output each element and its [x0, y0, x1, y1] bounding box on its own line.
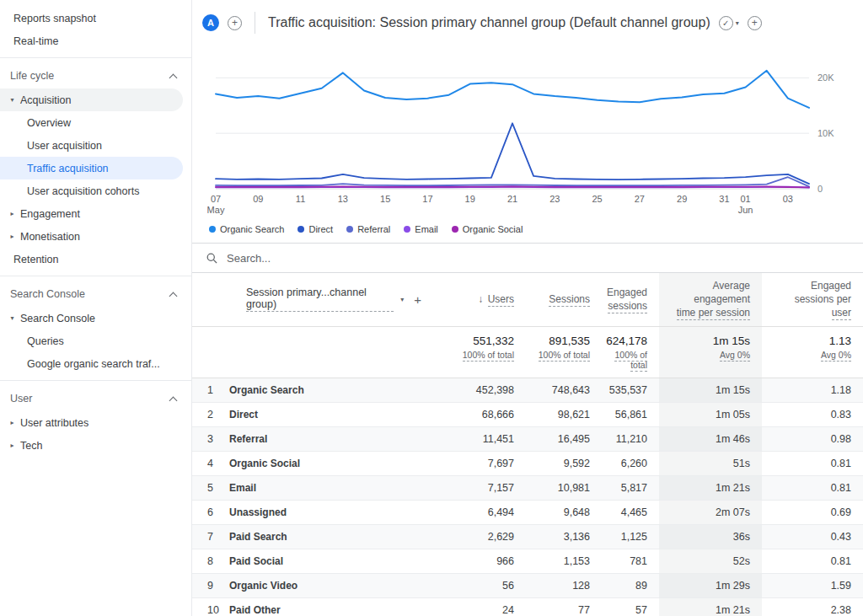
sidebar-item-user-acquisition[interactable]: User acquisition: [0, 134, 183, 157]
legend-organic-search[interactable]: Organic Search: [209, 224, 284, 234]
header-line: ↓ Users: [433, 292, 514, 306]
x-axis-label: 27: [635, 194, 645, 204]
x-axis-label: 31: [719, 194, 729, 204]
legend-referral[interactable]: Referral: [346, 224, 390, 234]
sidebar-item-monetisation[interactable]: ▸Monetisation: [0, 225, 183, 248]
sidebar-item-label: Traffic acquisition: [27, 163, 109, 174]
metric-cell: 0.83: [762, 402, 863, 426]
column-header-engaged-sessions[interactable]: Engagedsessions: [602, 273, 659, 326]
add-dimension-button[interactable]: +: [414, 292, 421, 307]
metric-cell: 3,136: [526, 524, 602, 549]
metric-cell: 1m 15s: [659, 378, 762, 402]
legend-organic-social[interactable]: Organic Social: [452, 224, 523, 234]
referral-dot-icon: [346, 226, 353, 233]
column-header-engaged-sessions-per-user[interactable]: Engagedsessions peruser: [762, 273, 863, 326]
caret-down-icon: ▾: [4, 314, 20, 322]
sidebar-nav: Reports snapshotReal-timeLife cycle▾Acqu…: [0, 0, 192, 616]
sidebar-section-life-cycle[interactable]: Life cycle: [0, 63, 191, 88]
chevron-up-icon: [169, 292, 178, 300]
sidebar-item-label: Tech: [20, 440, 42, 452]
total-caption-text: 100% of total: [463, 350, 514, 362]
add-comparison-right-icon[interactable]: +: [748, 16, 762, 30]
sidebar-item-queries[interactable]: Queries: [0, 329, 183, 352]
x-axis-month-label: Jun: [738, 205, 753, 215]
main-content: A + Traffic acquisition: Session primary…: [192, 0, 863, 616]
row-number: 5: [192, 475, 221, 500]
column-header-users[interactable]: ↓ Users: [433, 273, 526, 326]
sidebar-item-google-organic-search-traf[interactable]: Google organic search traf...: [0, 352, 183, 375]
section-label: User: [10, 393, 32, 404]
header-text: Engaged: [607, 287, 647, 298]
sidebar-item-search-console[interactable]: ▾Search Console: [0, 307, 183, 329]
channels-table: Session primary...channel group)▾+↓ User…: [192, 273, 863, 616]
sidebar-item-real-time[interactable]: Real-time: [0, 29, 183, 52]
total-caption-text: Avg 0%: [821, 350, 851, 362]
sidebar-item-label: Retention: [13, 254, 59, 265]
legend-label: Email: [415, 224, 438, 234]
y-axis-label: 10K: [817, 128, 834, 138]
line-chart: 010K20K07May09111315171921232527293101Ju…: [207, 47, 858, 216]
row-number: 1: [192, 378, 221, 402]
metric-cell: 36s: [659, 524, 762, 549]
table-row: 1Organic Search452,398748,643535,5371m 1…: [192, 378, 863, 402]
dimension-header[interactable]: Session primary...channel group)▾+: [221, 273, 433, 326]
sidebar-item-overview[interactable]: Overview: [0, 111, 183, 134]
row-number-header: [192, 273, 221, 326]
sidebar-section-search-console[interactable]: Search Console: [0, 281, 191, 307]
legend-email[interactable]: Email: [404, 224, 438, 234]
metric-cell: 0.98: [762, 426, 863, 451]
channel-cell: Referral: [221, 426, 433, 451]
sidebar-item-engagement[interactable]: ▸Engagement: [0, 202, 183, 225]
dimension-dropdown-icon[interactable]: ▾: [400, 296, 404, 303]
row-number: 7: [192, 524, 221, 549]
sidebar-item-traffic-acquisition[interactable]: Traffic acquisition: [0, 157, 183, 179]
x-axis-label: 15: [380, 194, 390, 204]
channel-name: Organic Social: [229, 458, 300, 469]
metric-cell: 68,666: [433, 402, 526, 426]
x-axis-label: 13: [338, 194, 348, 204]
column-header-average-engagement-time-per-session[interactable]: Average engagementtime per session: [659, 273, 762, 326]
metric-cell: 748,643: [526, 378, 602, 402]
sidebar-item-label: Reports snapshot: [13, 13, 96, 24]
legend-direct[interactable]: Direct: [297, 224, 333, 234]
sidebar-item-retention[interactable]: Retention: [0, 248, 183, 271]
metric-cell: 10,981: [526, 475, 602, 500]
total-value: 1m 15s: [659, 335, 750, 347]
sidebar-item-user-acquisition-cohorts[interactable]: User acquisition cohorts: [0, 179, 183, 202]
table-row: 3Referral11,45116,49511,2101m 46s0.98: [192, 426, 863, 451]
sidebar-section-user[interactable]: User: [0, 386, 191, 411]
total-caption: 100% of total: [433, 350, 514, 360]
header-divider: [255, 12, 255, 34]
data-quality-check-icon[interactable]: ✓: [719, 16, 733, 30]
sidebar-item-tech[interactable]: ▸Tech: [0, 434, 183, 457]
series-organic-search: [216, 71, 809, 108]
total-caption: Avg 0%: [659, 350, 750, 360]
channel-cell: Organic Social: [221, 451, 433, 475]
totals-empty: [192, 326, 221, 378]
total-value: 891,535: [526, 335, 590, 347]
sidebar-item-reports-snapshot[interactable]: Reports snapshot: [0, 7, 183, 29]
sidebar-item-user-attributes[interactable]: ▸User attributes: [0, 411, 183, 434]
row-number: 8: [192, 549, 221, 573]
caret-right-icon: ▸: [4, 210, 20, 217]
app-root: Reports snapshotReal-timeLife cycle▾Acqu…: [0, 0, 863, 616]
metric-cell: 0.43: [762, 524, 863, 549]
table-row: 4Organic Social7,6979,5926,26051s0.81: [192, 451, 863, 475]
search-input[interactable]: [227, 252, 496, 265]
row-number: 6: [192, 500, 221, 524]
data-quality-caret-icon[interactable]: ▾: [736, 19, 739, 27]
metric-cell: 452,398: [433, 378, 526, 402]
caret-right-icon: ▸: [4, 233, 20, 240]
column-header-sessions[interactable]: Sessions: [526, 273, 602, 326]
avatar-a[interactable]: A: [202, 14, 219, 31]
total-cell: 1m 15sAvg 0%: [659, 326, 762, 378]
table-search-bar[interactable]: [192, 243, 863, 273]
total-value: 551,332: [433, 335, 514, 347]
metric-cell: 56: [433, 573, 526, 597]
report-header: A + Traffic acquisition: Session primary…: [192, 0, 863, 46]
header-line: Engaged: [602, 286, 647, 299]
sidebar-item-acquisition[interactable]: ▾Acquisition: [0, 88, 183, 111]
metric-cell: 0.81: [762, 475, 863, 500]
channel-cell: Direct: [221, 402, 433, 426]
add-comparison-icon[interactable]: +: [228, 16, 242, 30]
